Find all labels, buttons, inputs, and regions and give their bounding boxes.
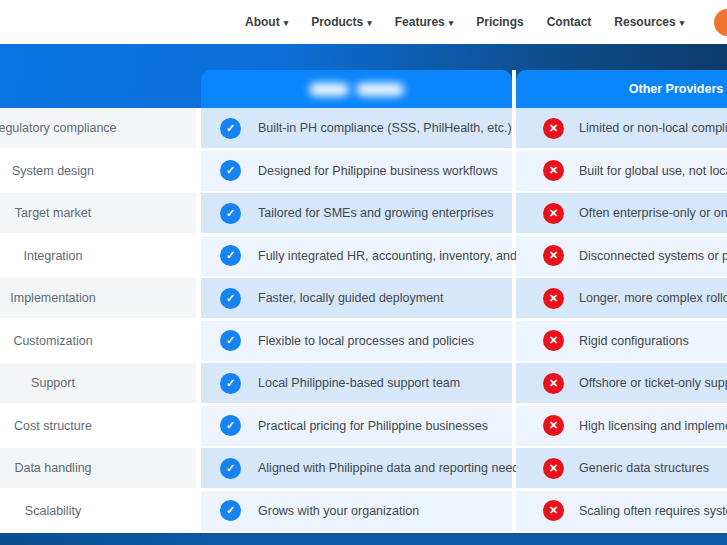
feature-label: Implementation — [0, 278, 196, 318]
brand-value: Designed for Philippine business workflo… — [258, 164, 498, 178]
brand-value-cell: ✓ Practical pricing for Philippine busin… — [201, 406, 512, 446]
feature-label: Customization — [0, 321, 196, 361]
feature-label: Data handling — [0, 448, 196, 488]
brand-value: Aligned with Philippine data and reporti… — [258, 461, 526, 475]
nav-item-about[interactable]: About ▾ — [245, 15, 288, 29]
check-icon: ✓ — [220, 245, 241, 266]
cta-circle-button[interactable] — [714, 9, 727, 36]
brand-value-cell: ✓ Faster, locally guided deployment — [201, 278, 512, 318]
other-value-cell: ✕ Rigid configurations — [516, 321, 727, 361]
blur-blob — [356, 83, 404, 96]
brand-value-cell: ✓ Aligned with Philippine data and repor… — [201, 448, 512, 488]
table-row: Regulatory compliance ✓ Built-in PH comp… — [0, 108, 727, 148]
brand-value-cell: ✓ Flexible to local processes and polici… — [201, 321, 512, 361]
column-divider — [512, 70, 516, 108]
check-icon: ✓ — [220, 160, 241, 181]
brand-value: Tailored for SMEs and growing enterprise… — [258, 206, 494, 220]
brand-value: Fully integrated HR, accounting, invento… — [258, 249, 549, 263]
check-icon: ✓ — [220, 458, 241, 479]
cross-icon: ✕ — [543, 118, 564, 139]
chevron-down-icon: ▾ — [367, 18, 372, 28]
table-row: System design ✓ Designed for Philippine … — [0, 151, 727, 191]
cross-icon: ✕ — [543, 458, 564, 479]
top-nav: About ▾ Products ▾ Features ▾ Pricings C… — [0, 0, 727, 44]
brand-value-cell: ✓ Local Philippine-based support team — [201, 363, 512, 403]
table-row: Integration ✓ Fully integrated HR, accou… — [0, 236, 727, 276]
table-row: Support ✓ Local Philippine-based support… — [0, 363, 727, 403]
other-value: Disconnected systems or paid add-ons — [579, 249, 727, 263]
other-value-cell: ✕ Generic data structures — [516, 448, 727, 488]
nav-item-products[interactable]: Products ▾ — [311, 15, 372, 29]
nav-label: Features — [395, 15, 445, 29]
comparison-section: Other Providers Regulatory compliance ✓ … — [0, 44, 727, 545]
feature-label: Support — [0, 363, 196, 403]
table-row: Implementation ✓ Faster, locally guided … — [0, 278, 727, 318]
other-value: Rigid configurations — [579, 334, 689, 348]
other-value-cell: ✕ Longer, more complex rollouts — [516, 278, 727, 318]
brand-value: Built-in PH compliance (SSS, PhilHealth,… — [258, 121, 512, 135]
check-icon: ✓ — [220, 330, 241, 351]
other-value: Built for global use, not localized — [579, 164, 727, 178]
chevron-down-icon: ▾ — [449, 18, 454, 28]
other-value: Often enterprise-only or one-size-fits-a… — [579, 206, 727, 220]
brand-value: Grows with your organization — [258, 504, 419, 518]
cross-icon: ✕ — [543, 373, 564, 394]
other-value-cell: ✕ Often enterprise-only or one-size-fits… — [516, 193, 727, 233]
comparison-table: Regulatory compliance ✓ Built-in PH comp… — [0, 108, 727, 533]
cross-icon: ✕ — [543, 415, 564, 436]
nav-item-pricings[interactable]: Pricings — [476, 15, 523, 29]
nav-label: Products — [311, 15, 363, 29]
other-value-cell: ✕ Built for global use, not localized — [516, 151, 727, 191]
brand-value: Local Philippine-based support team — [258, 376, 460, 390]
other-value: Longer, more complex rollouts — [579, 291, 727, 305]
check-icon: ✓ — [220, 373, 241, 394]
other-value: Offshore or ticket-only support — [579, 376, 727, 390]
brand-value-cell: ✓ Built-in PH compliance (SSS, PhilHealt… — [201, 108, 512, 148]
other-value: Limited or non-local compliance — [579, 121, 727, 135]
cross-icon: ✕ — [543, 500, 564, 521]
other-providers-label: Other Providers — [629, 82, 723, 96]
table-row: Cost structure ✓ Practical pricing for P… — [0, 406, 727, 446]
nav-item-features[interactable]: Features ▾ — [395, 15, 454, 29]
feature-label: Integration — [0, 236, 196, 276]
table-row: Customization ✓ Flexible to local proces… — [0, 321, 727, 361]
nav-label: Pricings — [476, 15, 523, 29]
brand-value-cell: ✓ Grows with your organization — [201, 491, 512, 531]
cross-icon: ✕ — [543, 203, 564, 224]
other-value-cell: ✕ High licensing and implementation cost… — [516, 406, 727, 446]
chevron-down-icon: ▾ — [680, 18, 685, 28]
other-value-cell: ✕ Scaling often requires system changes — [516, 491, 727, 531]
nav-item-contact[interactable]: Contact — [547, 15, 592, 29]
check-icon: ✓ — [220, 203, 241, 224]
footer-bar — [0, 533, 727, 545]
brand-value-cell: ✓ Fully integrated HR, accounting, inven… — [201, 236, 512, 276]
feature-label: Scalability — [0, 491, 196, 531]
blur-blob — [309, 83, 349, 96]
other-value: Generic data structures — [579, 461, 709, 475]
cross-icon: ✕ — [543, 330, 564, 351]
nav-item-resources[interactable]: Resources ▾ — [614, 15, 684, 29]
brand-name-blurred — [309, 83, 404, 96]
check-icon: ✓ — [220, 500, 241, 521]
other-value-cell: ✕ Limited or non-local compliance — [516, 108, 727, 148]
brand-value: Faster, locally guided deployment — [258, 291, 444, 305]
feature-label: Cost structure — [0, 406, 196, 446]
brand-value-cell: ✓ Designed for Philippine business workf… — [201, 151, 512, 191]
check-icon: ✓ — [220, 118, 241, 139]
cross-icon: ✕ — [543, 288, 564, 309]
feature-label: Regulatory compliance — [0, 108, 196, 148]
page: About ▾ Products ▾ Features ▾ Pricings C… — [0, 0, 727, 545]
brand-value: Flexible to local processes and policies — [258, 334, 474, 348]
table-row: Data handling ✓ Aligned with Philippine … — [0, 448, 727, 488]
brand-column-header — [201, 70, 512, 108]
other-value: High licensing and implementation costs — [579, 419, 727, 433]
nav-items: About ▾ Products ▾ Features ▾ Pricings C… — [245, 15, 684, 29]
nav-label: About — [245, 15, 280, 29]
check-icon: ✓ — [220, 415, 241, 436]
nav-label: Contact — [547, 15, 592, 29]
chevron-down-icon: ▾ — [284, 18, 289, 28]
table-row: Target market ✓ Tailored for SMEs and gr… — [0, 193, 727, 233]
nav-label: Resources — [614, 15, 675, 29]
other-value-cell: ✕ Offshore or ticket-only support — [516, 363, 727, 403]
cross-icon: ✕ — [543, 160, 564, 181]
